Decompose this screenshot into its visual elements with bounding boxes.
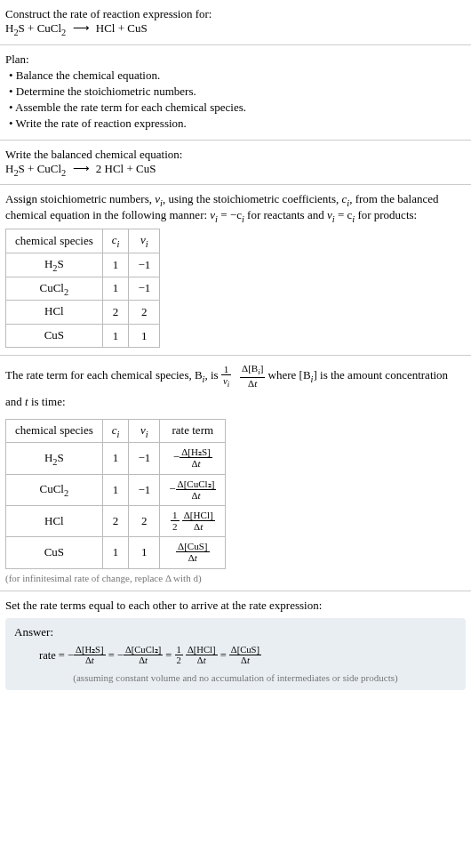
- plan-title: Plan:: [5, 52, 466, 67]
- table-header-row: chemical species ci νi rate term: [6, 419, 226, 443]
- plan-section: Plan: Balance the chemical equation. Det…: [0, 45, 471, 140]
- reaction-arrow-icon: ⟶: [73, 21, 90, 36]
- plan-item: Assemble the rate term for each chemical…: [9, 100, 466, 115]
- fraction: Δ[CuS]Δt: [229, 645, 261, 667]
- table-row: CuS 1 1: [6, 324, 160, 348]
- stoich-table: chemical species ci νi H2S 1 −1 CuCl2 1 …: [5, 229, 160, 348]
- answer-box: Answer: rate = −Δ[H₂S]Δt = −Δ[CuCl₂]Δt =…: [5, 618, 466, 690]
- plan-item: Determine the stoichiometric numbers.: [9, 84, 466, 99]
- plan-list: Balance the chemical equation. Determine…: [5, 68, 466, 131]
- fraction: Δ[H₂S]Δt: [180, 446, 212, 470]
- final-section: Set the rate terms equal to each other t…: [0, 591, 471, 697]
- fraction: 1νi: [221, 364, 231, 390]
- fraction: 12: [171, 510, 180, 533]
- col-nui: νi: [129, 229, 160, 253]
- table-row: H2S 1 −1: [6, 253, 160, 277]
- reaction-arrow-icon: ⟶: [73, 162, 90, 176]
- assumption-note: (assuming constant volume and no accumul…: [14, 672, 457, 683]
- table-row: HCl 2 2: [6, 301, 160, 325]
- balanced-equation: H2S + CuCl2 ⟶ 2 HCl + CuS: [5, 162, 466, 178]
- fraction: Δ[H₂S]Δt: [74, 645, 105, 667]
- infinitesimal-note: (for infinitesimal rate of change, repla…: [5, 573, 466, 583]
- reactant-h2s: H2S + CuCl2: [5, 21, 66, 35]
- final-lead: Set the rate terms equal to each other t…: [5, 599, 466, 613]
- plan-item: Write the rate of reaction expression.: [9, 117, 466, 131]
- prompt-section: Construct the rate of reaction expressio…: [0, 0, 471, 44]
- rate-term-table: chemical species ci νi rate term H2S 1 −…: [5, 419, 226, 569]
- plan-item: Balance the chemical equation.: [9, 68, 466, 83]
- balanced-lead: Write the balanced chemical equation:: [5, 148, 466, 162]
- table-row: CuS 1 1 Δ[CuS]Δt: [6, 537, 226, 568]
- fraction: Δ[CuCl₂]Δt: [176, 478, 217, 502]
- fraction: 12: [175, 645, 183, 667]
- col-species: chemical species: [6, 229, 103, 253]
- fraction: Δ[CuCl₂]Δt: [124, 645, 163, 667]
- products: HCl + CuS: [96, 21, 148, 35]
- table-row: H2S 1 −1 −Δ[H₂S]Δt: [6, 443, 226, 474]
- fraction: Δ[CuS]Δt: [176, 541, 210, 564]
- rateterm-text: The rate term for each chemical species,…: [5, 363, 466, 413]
- table-row: HCl 2 2 12 Δ[HCl]Δt: [6, 505, 226, 536]
- table-row: CuCl2 1 −1: [6, 277, 160, 301]
- fraction: Δ[HCl]Δt: [182, 510, 215, 533]
- col-ci: ci: [102, 229, 129, 253]
- balanced-section: Write the balanced chemical equation: H2…: [0, 141, 471, 185]
- assign-text: Assign stoichiometric numbers, νi, using…: [5, 192, 466, 223]
- rate-expression: rate = −Δ[H₂S]Δt = −Δ[CuCl₂]Δt = 12 Δ[HC…: [14, 645, 457, 667]
- rateterm-section: The rate term for each chemical species,…: [0, 356, 471, 590]
- prompt-lead: Construct the rate of reaction expressio…: [5, 7, 466, 21]
- prompt-equation: H2S + CuCl2 ⟶ HCl + CuS: [5, 21, 466, 37]
- table-row: CuCl2 1 −1 −Δ[CuCl₂]Δt: [6, 474, 226, 505]
- assign-section: Assign stoichiometric numbers, νi, using…: [0, 185, 471, 355]
- answer-label: Answer:: [14, 625, 457, 639]
- fraction: Δ[HCl]Δt: [186, 645, 218, 667]
- fraction: Δ[Bi]Δt: [240, 363, 265, 390]
- table-header-row: chemical species ci νi: [6, 229, 160, 253]
